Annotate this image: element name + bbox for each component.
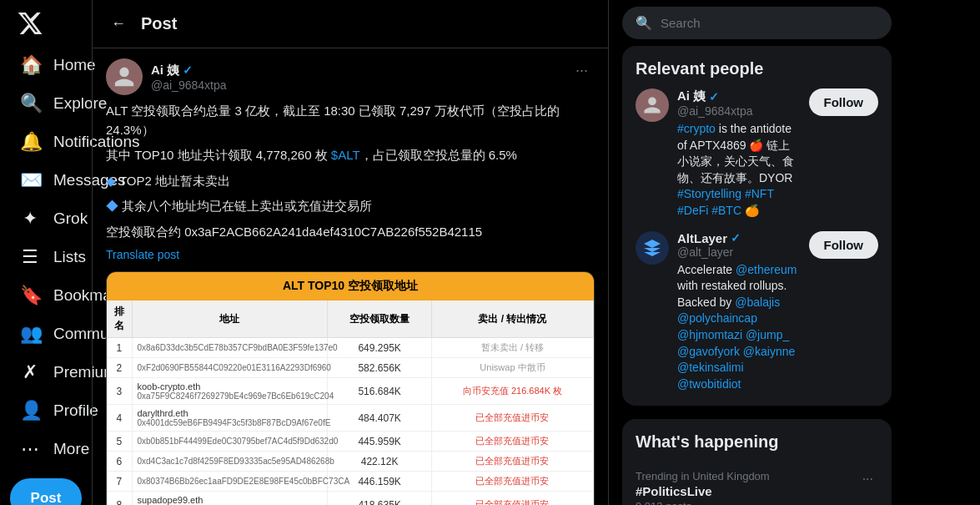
notifications-icon: 🔔 xyxy=(20,131,40,153)
whats-happening-title: What's happening xyxy=(636,432,878,452)
person-handle-2: @alt_layer xyxy=(677,245,801,259)
explore-icon: 🔍 xyxy=(20,93,40,114)
person-name-2: AltLayer ✓ xyxy=(677,231,801,245)
home-label: Home xyxy=(53,56,96,74)
trending-row-1: Trending in United Kingdom #PoliticsLive… xyxy=(636,470,878,505)
sidebar-item-messages[interactable]: ✉️ Messages xyxy=(10,161,82,199)
sidebar-item-grok[interactable]: ✦ Grok xyxy=(10,199,82,238)
sidebar-item-lists[interactable]: ☰ Lists xyxy=(10,238,82,276)
tweet-author-info: Ai 姨 ✓ @ai_9684xtpa xyxy=(106,58,227,95)
cell-addr: 0xF2d0690FB55844C09220e01E3116A2293Df696… xyxy=(132,358,328,378)
table-header-amount: 空投领取数量 xyxy=(328,300,432,338)
premium-icon: ✗ xyxy=(20,361,40,383)
translate-post-link[interactable]: Translate post xyxy=(106,248,595,261)
grok-label: Grok xyxy=(53,210,88,228)
sidebar-item-communities[interactable]: 👥 Communities xyxy=(10,315,82,353)
cell-rank: 1 xyxy=(107,338,132,358)
profile-icon: 👤 xyxy=(20,400,40,422)
cell-rank: 3 xyxy=(107,378,132,405)
search-input-wrap: 🔍 xyxy=(622,7,892,39)
author-name: Ai 姨 ✓ xyxy=(151,63,227,78)
search-input[interactable] xyxy=(661,16,878,30)
grok-icon: ✦ xyxy=(20,208,40,230)
follow-button-1[interactable]: Follow xyxy=(809,88,879,116)
tweet-container: Ai 姨 ✓ @ai_9684xtpa ··· ALT 空投领取合约总量 3 亿… xyxy=(93,48,608,505)
verified-badge-2: ✓ xyxy=(731,231,741,245)
person-avatar-1 xyxy=(636,88,669,122)
back-button[interactable]: ← xyxy=(106,10,131,38)
post-button[interactable]: Post xyxy=(10,478,82,505)
sidebar-item-bookmarks[interactable]: 🔖 Bookmarks xyxy=(10,276,82,315)
table-row: 8 supadope99.eth0x60DB24BE4c9C70C934450C… xyxy=(107,492,594,506)
search-bar: 🔍 xyxy=(622,0,892,46)
cell-amount: 445.959K xyxy=(328,432,432,452)
tweet-more-button[interactable]: ··· xyxy=(569,58,595,83)
cell-amount: 582.656K xyxy=(328,358,432,378)
sidebar-item-notifications[interactable]: 🔔 Notifications xyxy=(10,123,82,161)
lists-icon: ☰ xyxy=(20,246,40,268)
cell-amount: 516.684K xyxy=(328,378,432,405)
trending-item-1[interactable]: Trending in United Kingdom #PoliticsLive… xyxy=(636,462,878,505)
author-details: Ai 姨 ✓ @ai_9684xtpa xyxy=(151,63,227,92)
verified-badge: ✓ xyxy=(183,63,193,77)
person-bio-2: Accelerate @ethereum with restaked rollu… xyxy=(677,262,801,393)
table-row: 5 0xb0b851bF44499Ede0C30795bef7AC4d5f9Dd… xyxy=(107,432,594,452)
avatar xyxy=(106,58,143,95)
cell-status: 已全部充值进币安 xyxy=(431,405,593,432)
table-row: 3 koob-crypto.eth0xa75F9C8246f7269279bE4… xyxy=(107,378,594,405)
tweet-line-5: 空投领取合约 0x3aF2ACB662A241da4ef4310C7AB226f… xyxy=(106,223,595,242)
tweet-line-2: 其中 TOP10 地址共计领取 4,778,260 枚 $ALT，占已领取空投总… xyxy=(106,146,595,165)
cell-rank: 8 xyxy=(107,492,132,506)
follow-button-2[interactable]: Follow xyxy=(809,231,879,259)
cell-status: 向币安充值 216.684K 枚 xyxy=(431,378,593,405)
tweet-body: ALT 空投领取合约总量 3 亿枚，截止至 18:30 已领取 7,297 万枚… xyxy=(106,102,595,241)
table-row: 1 0x8a6D33dc3b5CdE78b357CF9bdBA0E3F59fe1… xyxy=(107,338,594,358)
table-row: 4 darylthrd.eth0x4001dc59eB6FB9494F3c5f3… xyxy=(107,405,594,432)
table-title: ALT TOP10 空投领取地址 xyxy=(107,272,594,300)
table-header-rank: 排名 xyxy=(107,300,132,338)
cell-addr: 0xb0b851bF44499Ede0C30795bef7AC4d5f9Dd63… xyxy=(132,432,328,452)
sidebar-item-explore[interactable]: 🔍 Explore xyxy=(10,84,82,123)
tweet-line-4: ◆ 其余八个地址均已在链上卖出或充值进交易所 xyxy=(106,197,595,216)
cell-status: 已全部充值进币安 xyxy=(431,452,593,472)
cell-addr: 0x80374B6Bb26ec1aaFD9DE2E8E98FE45c0bBFC7… xyxy=(132,472,328,492)
sidebar-item-profile[interactable]: 👤 Profile xyxy=(10,391,82,430)
more-label: More xyxy=(53,440,89,458)
cell-rank: 7 xyxy=(107,472,132,492)
x-logo[interactable] xyxy=(17,10,43,39)
alt-link[interactable]: $ALT xyxy=(331,148,360,162)
bookmarks-icon: 🔖 xyxy=(20,285,40,306)
verified-badge-1: ✓ xyxy=(709,90,719,104)
sidebar-item-more[interactable]: ⋯ More xyxy=(10,430,82,468)
cell-rank: 5 xyxy=(107,432,132,452)
relevant-people-section: Relevant people Ai 姨 ✓ @ai_9684xtpa #cry… xyxy=(622,46,892,406)
home-icon: 🏠 xyxy=(20,54,40,76)
sidebar-item-premium[interactable]: ✗ Premium xyxy=(10,353,82,391)
person-handle-1: @ai_9684xtpa xyxy=(677,104,801,118)
data-table: 排名 地址 空投领取数量 卖出 / 转出情况 1 0x8a6D33dc3b5Cd… xyxy=(107,300,594,505)
cell-amount: 422.12K xyxy=(328,452,432,472)
relevant-people-title: Relevant people xyxy=(636,59,878,78)
table-row: 7 0x80374B6Bb26ec1aaFD9DE2E8E98FE45c0bBF… xyxy=(107,472,594,492)
person-info-2: AltLayer ✓ @alt_layer Accelerate @ethere… xyxy=(677,231,801,393)
author-handle: @ai_9684xtpa xyxy=(151,78,227,92)
left-sidebar: 🏠 Home 🔍 Explore 🔔 Notifications ✉️ Mess… xyxy=(0,0,92,505)
table-header-status: 卖出 / 转出情况 xyxy=(431,300,593,338)
cell-status: 已全部充值进币安 xyxy=(431,432,593,452)
main-content: ← Post Ai 姨 ✓ @ai_9684xtpa ··· ALT 空 xyxy=(92,0,609,505)
cell-status: 暂未卖出 / 转移 xyxy=(431,338,593,358)
table-header-address: 地址 xyxy=(132,300,328,338)
sidebar-item-home[interactable]: 🏠 Home xyxy=(10,46,82,84)
cell-status: Uniswap 中散币 xyxy=(431,358,593,378)
table-card: ALT TOP10 空投领取地址 排名 地址 空投领取数量 卖出 / 转出情况 … xyxy=(106,271,595,505)
person-info-1: Ai 姨 ✓ @ai_9684xtpa #crypto is the antid… xyxy=(677,88,801,220)
cell-amount: 649.295K xyxy=(328,338,432,358)
cell-addr: supadope99.eth0x60DB24BE4c9C70C934450C39… xyxy=(132,492,328,506)
cell-addr: 0x8a6D33dc3b5CdE78b357CF9bdBA0E3F59fe137… xyxy=(132,338,328,358)
search-icon: 🔍 xyxy=(636,15,652,31)
whats-happening-section: What's happening Trending in United King… xyxy=(622,419,892,505)
communities-icon: 👥 xyxy=(20,323,40,345)
post-header: ← Post xyxy=(93,0,608,48)
cell-amount: 418.635K xyxy=(328,492,432,506)
trending-more-icon-1[interactable]: ··· xyxy=(857,470,878,488)
